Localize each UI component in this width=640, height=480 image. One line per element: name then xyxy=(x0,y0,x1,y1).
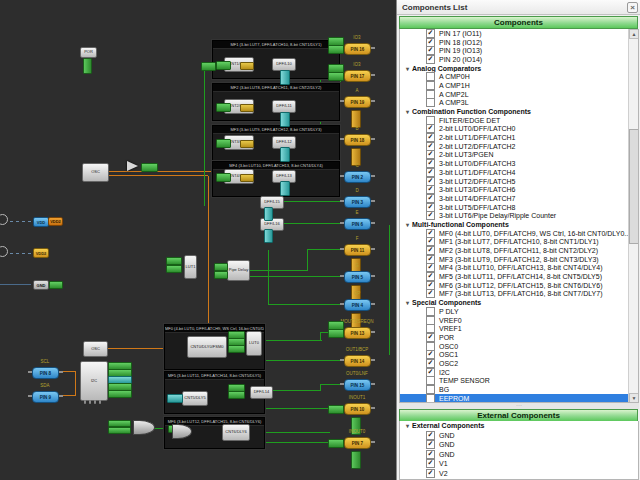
component-row[interactable]: ✓MF5 (3-bit LUT11, DFF/LATCH14, 8-bit CN… xyxy=(400,272,638,281)
component-row[interactable]: ✓PIN 20 (IO14) xyxy=(400,55,638,64)
checkbox[interactable] xyxy=(426,307,435,316)
checkbox[interactable]: ✓ xyxy=(426,350,435,359)
checkbox[interactable]: ✓ xyxy=(426,246,435,255)
pin-block[interactable]: PIN 8 xyxy=(32,367,59,379)
checkbox[interactable]: ✓ xyxy=(426,142,435,151)
component-row[interactable]: ✓2-bit LUT1/DFF/LATCH1 xyxy=(400,133,638,142)
checkbox[interactable]: ✓ xyxy=(426,203,435,212)
close-icon[interactable]: × xyxy=(627,2,638,13)
component-row[interactable]: OSC0 xyxy=(400,342,638,351)
checkbox[interactable]: ✓ xyxy=(426,290,435,299)
checkbox[interactable] xyxy=(426,116,435,125)
power-gnd[interactable]: GND xyxy=(33,280,49,290)
component-row[interactable]: ✓V1 xyxy=(400,459,638,469)
component-group-row[interactable]: ▾Combination Function Components xyxy=(400,107,638,116)
component-row[interactable]: ✓3-bit LUT2/DFF/LATCH5 xyxy=(400,177,638,186)
component-row[interactable]: FILTER/EDGE DET xyxy=(400,116,638,125)
component-group-row[interactable]: ▾Multi-functional Components xyxy=(400,220,638,229)
component-row[interactable]: A CMP0H xyxy=(400,72,638,81)
block-cnt0-dly0-fsm0[interactable]: CNT0/DLY0/FSM0 xyxy=(187,336,227,358)
block-lut1[interactable]: LUT1 xyxy=(184,255,197,279)
component-row[interactable]: A CMP3L xyxy=(400,99,638,108)
checkbox[interactable] xyxy=(426,377,435,386)
checkbox[interactable]: ✓ xyxy=(426,238,435,247)
component-row[interactable]: ✓MF0 (4-bit LUT0, DFF/LATCH9, WS Ctrl, 1… xyxy=(400,229,638,238)
component-row[interactable]: ✓GND xyxy=(400,440,638,450)
checkbox[interactable]: ✓ xyxy=(426,168,435,177)
net-bar[interactable] xyxy=(351,451,361,469)
checkbox[interactable] xyxy=(426,316,435,325)
power-vdd[interactable]: VDD xyxy=(33,217,49,227)
checkbox[interactable]: ✓ xyxy=(426,229,435,238)
checkbox[interactable]: ✓ xyxy=(426,264,435,273)
checkbox[interactable]: ✓ xyxy=(426,46,435,55)
component-row[interactable]: ✓PIN 19 (IO13) xyxy=(400,46,638,55)
component-row[interactable]: ✓MF1 (3-bit LUT7, DFF/LATCH10, 8-bit CNT… xyxy=(400,238,638,247)
component-row[interactable]: ✓OSC2 xyxy=(400,359,638,368)
pin-block[interactable]: PIN 2 xyxy=(344,171,371,183)
checkbox[interactable] xyxy=(426,72,435,81)
net-bar[interactable] xyxy=(83,58,92,74)
component-row[interactable]: ✓2-bit LUT2/DFF/LATCH2 xyxy=(400,142,638,151)
checkbox[interactable]: ✓ xyxy=(426,440,435,449)
checkbox[interactable]: ✓ xyxy=(426,469,435,478)
component-row[interactable]: ✓MF2 (3-bit LUT8, DFF/LATCH11, 8-bit CNT… xyxy=(400,246,638,255)
collapse-arrow-icon[interactable]: ▾ xyxy=(406,108,409,115)
collapse-arrow-icon[interactable]: ▾ xyxy=(406,65,409,72)
checkbox[interactable] xyxy=(426,385,435,394)
delay-bar[interactable] xyxy=(280,147,290,162)
checkbox[interactable]: ✓ xyxy=(426,431,435,440)
component-row[interactable]: ✓PIN 17 (IO11) xyxy=(400,29,638,38)
checkbox[interactable]: ✓ xyxy=(426,281,435,290)
block-pipe-delay[interactable]: Pipe Delay xyxy=(227,260,250,281)
checkbox[interactable]: ✓ xyxy=(426,38,435,47)
checkbox[interactable]: ✓ xyxy=(426,133,435,142)
component-row[interactable]: ✓2-bit LUT3/PGEN xyxy=(400,151,638,160)
checkbox[interactable]: ✓ xyxy=(426,194,435,203)
checkbox[interactable]: ✓ xyxy=(426,255,435,264)
checkbox[interactable] xyxy=(426,90,435,99)
checkbox[interactable]: ✓ xyxy=(426,272,435,281)
checkbox[interactable]: ✓ xyxy=(426,450,435,459)
block-por[interactable]: POR xyxy=(80,47,97,58)
checkbox[interactable]: ✓ xyxy=(426,159,435,168)
pin-block[interactable]: PIN 14 xyxy=(344,355,371,367)
component-row[interactable]: ✓3-bit LUT4/DFF/LATCH7 xyxy=(400,194,638,203)
checkbox[interactable]: ✓ xyxy=(426,368,435,377)
component-row[interactable]: ✓3-bit LUT3/DFF/LATCH6 xyxy=(400,185,638,194)
block-cnt6-dly6[interactable]: CNT6/DLY6 xyxy=(222,424,250,441)
component-row[interactable]: ✓MF4 (3-bit LUT10, DFF/LATCH13, 8-bit CN… xyxy=(400,264,638,273)
schematic-canvas[interactable]: MF1 (3-bit LUT7, DFF/LATCH10, 8-bit CNT1… xyxy=(0,0,396,480)
component-row[interactable]: ✓OSC1 xyxy=(400,350,638,359)
power-vdd2[interactable]: VDD2 xyxy=(48,217,63,226)
block-i2c[interactable]: I2C xyxy=(80,361,108,401)
component-row[interactable]: A CMP2L xyxy=(400,90,638,99)
block-cnt5-dly5[interactable]: CNT5/DLY5 xyxy=(182,391,208,406)
checkbox[interactable] xyxy=(426,99,435,108)
pin-block[interactable]: PIN 15 xyxy=(344,379,371,391)
pin-block[interactable]: PIN 16 xyxy=(344,43,371,55)
checkbox[interactable] xyxy=(426,324,435,333)
checkbox[interactable]: ✓ xyxy=(426,55,435,64)
pin-block[interactable]: PIN 19 xyxy=(344,96,371,108)
power-vdd2[interactable]: VDD2 xyxy=(33,248,49,258)
checkbox[interactable]: ✓ xyxy=(426,29,435,38)
pin-block[interactable]: PIN 5 xyxy=(344,271,371,283)
checkbox[interactable]: ✓ xyxy=(426,177,435,186)
component-row[interactable]: ✓MF3 (3-bit LUT9, DFF/LATCH12, 8-bit CNT… xyxy=(400,255,638,264)
or-gate[interactable] xyxy=(133,420,155,435)
component-row[interactable]: ✓GND xyxy=(400,450,638,460)
component-row[interactable]: VREF1 xyxy=(400,324,638,333)
scroll-down-icon[interactable]: ▼ xyxy=(629,393,639,403)
component-row[interactable]: P DLY xyxy=(400,307,638,316)
checkbox[interactable] xyxy=(426,394,435,403)
component-row[interactable]: VREF0 xyxy=(400,316,638,325)
checkbox[interactable]: ✓ xyxy=(426,333,435,342)
checkbox[interactable]: ✓ xyxy=(426,359,435,368)
component-row[interactable]: ✓PIN 18 (IO12) xyxy=(400,38,638,47)
component-row[interactable]: ✓3-bit LUT6/Pipe Delay/Ripple Counter xyxy=(400,211,638,220)
component-row[interactable]: BG xyxy=(400,385,638,394)
pin-block[interactable]: PIN 4 xyxy=(344,299,371,311)
component-group-row[interactable]: ▾External Components xyxy=(400,421,638,431)
component-row[interactable]: ✓POR xyxy=(400,333,638,342)
